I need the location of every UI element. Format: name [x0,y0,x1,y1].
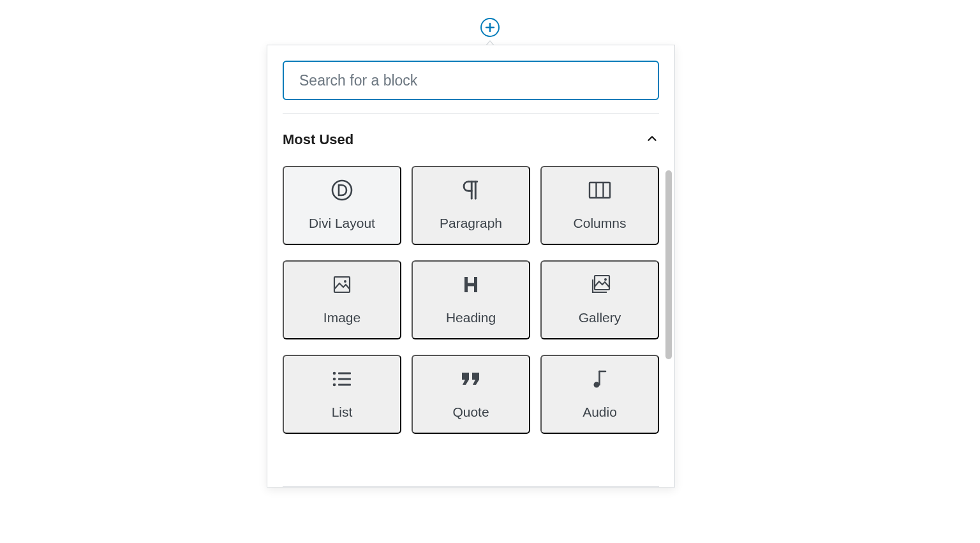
block-label: Divi Layout [309,216,375,231]
audio-icon [588,368,611,391]
block-item-audio[interactable]: Audio [540,355,659,434]
list-icon [330,368,353,391]
block-item-quote[interactable]: Quote [412,355,530,434]
block-label: Audio [583,405,617,420]
block-label: Quote [452,405,489,420]
quote-icon [459,368,482,391]
block-item-gallery[interactable]: Gallery [540,260,659,339]
svg-point-12 [604,278,607,281]
svg-rect-14 [338,373,351,375]
block-label: Columns [574,216,627,231]
section-title: Most Used [283,131,353,148]
block-label: Gallery [579,310,621,325]
plus-icon [485,22,495,33]
columns-icon [588,179,611,202]
svg-rect-11 [595,276,609,290]
search-wrap [267,45,674,113]
editor-canvas: Most Used Divi Layout [0,0,980,543]
scrollbar[interactable] [665,93,672,484]
scrollbar-thumb[interactable] [665,170,672,359]
section-most-used-toggle[interactable]: Most Used [283,114,659,154]
block-item-paragraph[interactable]: Paragraph [412,166,530,245]
block-search-input[interactable] [283,61,659,100]
block-grid: Divi Layout Paragraph [283,154,659,453]
divi-icon [330,179,353,202]
block-label: Heading [446,310,496,325]
svg-rect-10 [464,283,477,286]
block-inserter-toggle[interactable] [480,18,500,37]
gallery-icon [588,273,611,296]
block-item-list[interactable]: List [283,355,401,434]
chevron-up-icon [645,131,659,148]
block-item-divi-layout[interactable]: Divi Layout [283,166,401,245]
block-label: List [332,405,353,420]
block-list-scroll-area: Most Used Divi Layout [283,113,659,486]
svg-point-2 [332,181,352,200]
panel-divider [283,486,659,487]
image-icon [330,273,353,296]
block-label: Paragraph [440,216,502,231]
svg-point-15 [333,378,336,381]
block-inserter-panel: Most Used Divi Layout [267,45,675,487]
block-label: Image [323,310,360,325]
block-item-heading[interactable]: Heading [412,260,530,339]
block-item-image[interactable]: Image [283,260,401,339]
svg-point-13 [333,372,336,375]
block-item-columns[interactable]: Columns [540,166,659,245]
paragraph-icon [459,179,482,202]
svg-rect-18 [338,384,351,386]
svg-rect-3 [590,182,610,198]
svg-rect-16 [338,378,351,380]
svg-point-19 [594,382,600,388]
svg-point-7 [344,280,346,283]
svg-point-17 [333,383,336,387]
svg-rect-6 [334,277,350,292]
heading-icon [459,273,482,296]
